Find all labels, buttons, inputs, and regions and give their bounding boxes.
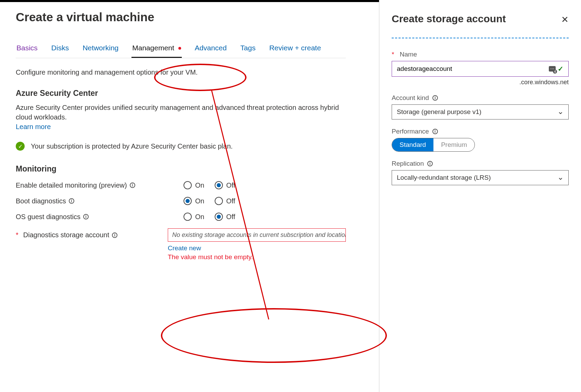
panel-separator [392,38,569,38]
account-kind-value: Storage (general purpose v1) [397,108,481,116]
panel-title: Create storage account [392,13,506,25]
replication-value: Locally-redundant storage (LRS) [397,174,491,181]
detailed-on-radio[interactable]: On [184,181,204,189]
field-detailed-monitoring: Enable detailed monitoring (preview) i O… [16,181,346,189]
main-content: Create a virtual machine Basics Disks Ne… [0,0,362,279]
os-off-radio[interactable]: Off [215,213,235,221]
os-on-radio[interactable]: On [184,213,204,221]
tab-networking[interactable]: Networking [82,41,119,58]
security-heading: Azure Security Center [16,89,346,98]
domain-suffix: .core.windows.net [392,79,569,86]
boot-off-radio[interactable]: Off [215,197,235,205]
tab-bar: Basics Disks Networking Management Advan… [16,41,346,58]
check-circle-icon: ✓ [16,142,25,151]
annotation-ellipse-field [161,308,387,363]
boot-on-radio[interactable]: On [184,197,204,205]
account-kind-label: Account kind [392,94,429,102]
detailed-off-radio[interactable]: Off [215,181,235,189]
tab-review[interactable]: Review + create [268,41,321,58]
diag-storage-select[interactable]: No existing storage accounts in current … [168,228,346,242]
tab-tags[interactable]: Tags [240,41,256,58]
replication-label: Replication [392,160,424,167]
tab-disks[interactable]: Disks [51,41,70,58]
info-icon[interactable]: i [112,232,117,238]
error-dot-icon [178,47,181,50]
security-paragraph: Azure Security Center provides unified s… [16,103,346,131]
field-diag-storage: * Diagnostics storage account i No exist… [16,228,346,261]
info-icon[interactable]: i [432,95,438,101]
tab-management-label: Management [132,44,174,52]
required-asterisk: * [392,51,394,58]
security-status-text: Your subscription is protected by Azure … [31,142,233,150]
valid-check-icon: ✓ [558,65,564,73]
info-icon[interactable]: i [130,182,135,188]
diag-storage-label: Diagnostics storage account [23,231,109,239]
boot-diagnostics-label: Boot diagnostics [16,197,66,205]
keyboard-badge-icon: ⋯ [549,66,556,72]
chevron-down-icon [557,108,564,116]
security-status: ✓ Your subscription is protected by Azur… [16,142,346,151]
detailed-monitoring-label: Enable detailed monitoring (preview) [16,181,127,189]
name-label: Name [400,51,417,58]
tab-advanced[interactable]: Advanced [194,41,227,58]
info-icon[interactable]: i [69,198,74,204]
close-icon[interactable]: ✕ [561,14,569,25]
name-input-wrapper: ⋯ ✓ [392,61,569,77]
info-icon[interactable]: i [432,129,438,134]
validation-error: The value must not be empty. [168,253,346,261]
chevron-down-icon [557,174,564,181]
create-storage-panel: Create storage account ✕ * Name ⋯ ✓ .cor… [379,0,581,392]
page-title: Create a virtual machine [16,10,346,24]
performance-label: Performance [392,128,429,135]
field-os-diagnostics: OS guest diagnostics i On Off [16,213,346,221]
performance-toggle: Standard Premium [392,138,475,152]
field-boot-diagnostics: Boot diagnostics i On Off [16,197,346,205]
create-new-link[interactable]: Create new [168,244,346,252]
info-icon[interactable]: i [83,214,89,219]
tab-description: Configure monitoring and management opti… [16,68,346,76]
learn-more-link[interactable]: Learn more [16,123,51,130]
tab-management[interactable]: Management [131,41,181,58]
monitoring-heading: Monitoring [16,164,346,174]
name-input[interactable] [397,65,549,73]
security-text: Azure Security Center provides unified s… [16,104,339,121]
required-asterisk: * [16,231,18,239]
info-icon[interactable]: i [427,161,433,166]
tab-basics[interactable]: Basics [16,41,38,58]
performance-standard[interactable]: Standard [392,138,433,151]
replication-select[interactable]: Locally-redundant storage (LRS) [392,170,569,185]
performance-premium[interactable]: Premium [433,138,475,151]
account-kind-select[interactable]: Storage (general purpose v1) [392,104,569,119]
os-diagnostics-label: OS guest diagnostics [16,213,80,221]
